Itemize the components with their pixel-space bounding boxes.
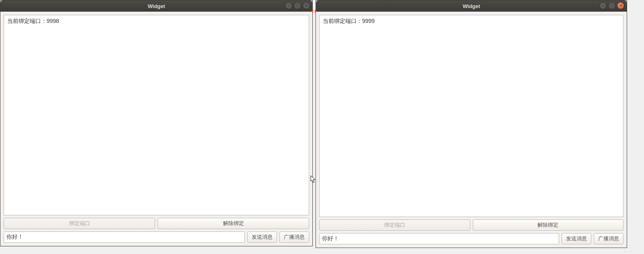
titlebar[interactable]: Widget – ▢ ✕ [316,0,627,12]
broadcast-message-button[interactable]: 广播消息 [279,231,309,243]
send-message-button[interactable]: 发送消息 [562,233,591,244]
message-input[interactable] [319,233,559,244]
bind-button-row: 绑定端口 解除绑定 [4,218,309,229]
window-controls: – ▢ ✕ [285,2,310,9]
send-row: 发送消息 广播消息 [4,231,309,243]
titlebar[interactable]: Widget – ▢ ✕ [0,0,312,12]
bind-button-row: 绑定端口 解除绑定 [319,219,623,231]
send-row: 发送消息 广播消息 [319,233,623,244]
unbind-port-button[interactable]: 解除绑定 [473,219,624,231]
client-area: 当前绑定端口：9999 绑定端口 解除绑定 发送消息 广播消息 [316,12,627,248]
send-message-button[interactable]: 发送消息 [247,231,277,243]
unbind-port-button[interactable]: 解除绑定 [158,218,309,229]
close-icon[interactable]: ✕ [617,2,624,9]
minimize-icon[interactable]: – [599,2,607,9]
window-title: Widget [316,3,627,9]
bind-port-button: 绑定端口 [4,218,155,229]
window-title: Widget [0,3,312,9]
bind-port-button: 绑定端口 [319,219,470,231]
maximize-icon[interactable]: ▢ [608,2,615,9]
client-area: 当前绑定端口：9998 绑定端口 解除绑定 发送消息 广播消息 [0,12,312,246]
message-display[interactable]: 当前绑定端口：9998 [4,15,309,215]
window-controls: – ▢ ✕ [599,2,624,9]
close-icon[interactable]: ✕ [303,2,310,9]
message-display[interactable]: 当前绑定端口：9999 [319,15,623,217]
maximize-icon[interactable]: ▢ [294,2,301,9]
minimize-icon[interactable]: – [285,2,292,9]
resize-handle-icon[interactable] [313,9,315,14]
app-window-right: Widget – ▢ ✕ 当前绑定端口：9999 绑定端口 解除绑定 发送消息 … [316,0,627,248]
message-input[interactable] [4,231,245,243]
broadcast-message-button[interactable]: 广播消息 [594,233,623,244]
app-window-left: Widget – ▢ ✕ 当前绑定端口：9998 绑定端口 解除绑定 发送消息 … [0,0,313,246]
